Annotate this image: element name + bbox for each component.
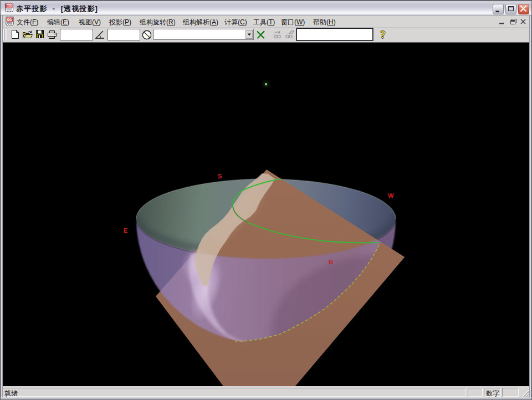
svg-text:E: E: [124, 227, 127, 234]
svg-text:N: N: [329, 259, 333, 265]
svg-text:DOC: DOC: [7, 18, 13, 21]
svg-text:?: ?: [380, 29, 386, 40]
svg-text:DOC: DOC: [6, 4, 13, 8]
svg-text:W: W: [388, 192, 394, 199]
svg-text:S: S: [218, 173, 222, 180]
